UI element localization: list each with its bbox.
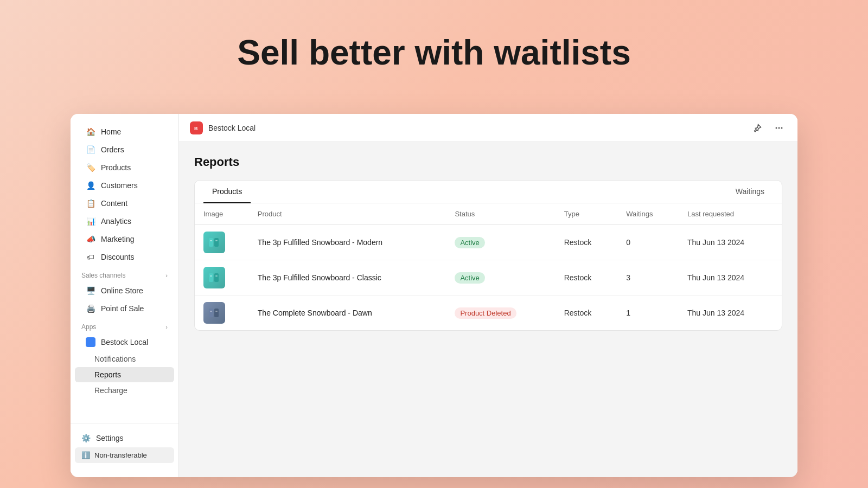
cell-last-requested-1: Thu Jun 13 2024: [679, 225, 782, 260]
col-waitings: Waitings: [617, 203, 679, 225]
cell-image-1: [195, 225, 249, 260]
non-transferable-item: ℹ️ Non-transferable: [75, 447, 174, 463]
sidebar-sub-item-reports[interactable]: Reports: [75, 367, 174, 382]
settings-icon: ⚙️: [81, 434, 91, 442]
apps-chevron: ›: [165, 324, 168, 330]
svg-rect-15: [210, 311, 212, 312]
col-last-requested: Last requested: [679, 203, 782, 225]
sidebar-sub-item-notifications[interactable]: Notifications: [75, 351, 174, 367]
cell-status-2: Active: [446, 260, 555, 296]
cell-type-2: Restock: [556, 260, 617, 296]
sidebar-item-point-of-sale[interactable]: 🖨️ Point of Sale: [75, 300, 174, 317]
marketing-icon: 📣: [86, 234, 95, 244]
apps-label: Apps: [81, 323, 96, 331]
sidebar-item-bestock-local[interactable]: Bestock Local: [75, 333, 174, 351]
sidebar-bottom: ⚙️ Settings ℹ️ Non-transferable: [71, 423, 178, 468]
svg-rect-11: [210, 275, 212, 277]
svg-rect-10: [214, 273, 219, 282]
sidebar-item-content[interactable]: 📋 Content: [75, 195, 174, 212]
home-icon: 🏠: [86, 127, 95, 137]
sidebar-label-orders: Orders: [101, 145, 124, 154]
sales-channels-section: Sales channels ›: [71, 266, 178, 281]
svg-rect-12: [215, 275, 218, 277]
non-transferable-label: Non-transferable: [94, 451, 147, 459]
svg-rect-13: [209, 309, 213, 317]
sidebar-item-customers[interactable]: 👤 Customers: [75, 177, 174, 194]
top-bar-actions: [750, 120, 787, 136]
sidebar-label-notifications: Notifications: [94, 355, 136, 363]
status-badge-3: Product Deleted: [455, 307, 516, 319]
orders-icon: 📄: [86, 145, 95, 155]
settings-label: Settings: [96, 434, 124, 442]
sidebar-item-discounts[interactable]: 🏷 Discounts: [75, 248, 174, 266]
customers-icon: 👤: [86, 181, 95, 190]
hero-title: Sell better with waitlists: [237, 33, 631, 73]
sidebar-label-home: Home: [101, 127, 121, 136]
settings-item[interactable]: ⚙️ Settings: [75, 430, 174, 446]
product-name-2: The 3p Fulfilled Snowboard - Classic: [258, 273, 381, 282]
cell-last-requested-3: Thu Jun 13 2024: [679, 296, 782, 331]
table-tabs: Products Waitings: [195, 181, 782, 203]
content-icon: 📋: [86, 198, 95, 208]
sidebar: 🏠 Home 📄 Orders 🏷️ Products 👤 Customers …: [71, 114, 179, 477]
sidebar-label-products: Products: [101, 163, 131, 172]
reports-table: Image Product Status Type Waitings Last …: [195, 203, 782, 330]
more-button[interactable]: [771, 120, 787, 136]
app-window: 🏠 Home 📄 Orders 🏷️ Products 👤 Customers …: [71, 114, 797, 477]
svg-point-4: [781, 127, 783, 129]
svg-text:B: B: [194, 126, 198, 131]
cell-status-1: Active: [446, 225, 555, 260]
tab-products[interactable]: Products: [203, 181, 251, 203]
product-image-2: [203, 267, 225, 288]
sidebar-label-online-store: Online Store: [101, 286, 143, 295]
cell-waitings-3: 1: [617, 296, 679, 331]
product-name-3: The Complete Snowboard - Dawn: [258, 309, 372, 317]
sidebar-label-reports: Reports: [94, 370, 121, 379]
product-image-1: [203, 232, 225, 253]
point-of-sale-icon: 🖨️: [86, 304, 95, 313]
status-badge-1: Active: [455, 237, 484, 248]
page-content: Reports Products Waitings Image Product …: [179, 142, 797, 477]
sidebar-sub-item-recharge[interactable]: Recharge: [75, 383, 174, 398]
main-content: B Bestock Local: [179, 114, 797, 477]
sidebar-label-point-of-sale: Point of Sale: [101, 304, 144, 313]
cell-product-3: The Complete Snowboard - Dawn: [249, 296, 446, 331]
sidebar-label-recharge: Recharge: [94, 386, 127, 395]
product-name-1: The 3p Fulfilled Snowboard - Modern: [258, 238, 382, 247]
col-status: Status: [446, 203, 555, 225]
discounts-icon: 🏷: [86, 252, 95, 262]
product-image-3: [203, 302, 225, 324]
sidebar-item-orders[interactable]: 📄 Orders: [75, 141, 174, 158]
table-row: The 3p Fulfilled Snowboard - Modern Acti…: [195, 225, 782, 260]
sidebar-item-products[interactable]: 🏷️ Products: [75, 159, 174, 176]
online-store-icon: 🖥️: [86, 286, 95, 296]
pin-button[interactable]: [750, 120, 765, 136]
cell-waitings-1: 0: [617, 225, 679, 260]
table-body: The 3p Fulfilled Snowboard - Modern Acti…: [195, 225, 782, 331]
sidebar-label-marketing: Marketing: [101, 235, 134, 243]
sidebar-item-marketing[interactable]: 📣 Marketing: [75, 230, 174, 248]
svg-rect-5: [209, 238, 213, 247]
sidebar-label-content: Content: [101, 199, 127, 208]
svg-rect-8: [215, 240, 218, 241]
svg-point-3: [778, 127, 780, 129]
table-card: Products Waitings Image Product Status T…: [194, 180, 782, 331]
svg-rect-7: [210, 240, 212, 241]
status-badge-2: Active: [455, 272, 484, 284]
products-icon: 🏷️: [86, 163, 95, 172]
sidebar-item-online-store[interactable]: 🖥️ Online Store: [75, 282, 174, 299]
app-name: Bestock Local: [208, 124, 744, 132]
cell-product-2: The 3p Fulfilled Snowboard - Classic: [249, 260, 446, 296]
table-row: The 3p Fulfilled Snowboard - Classic Act…: [195, 260, 782, 296]
sidebar-label-customers: Customers: [101, 181, 138, 190]
cell-last-requested-2: Thu Jun 13 2024: [679, 260, 782, 296]
col-type: Type: [556, 203, 617, 225]
sidebar-item-analytics[interactable]: 📊 Analytics: [75, 213, 174, 230]
tab-spacer: [251, 181, 727, 203]
analytics-icon: 📊: [86, 216, 95, 226]
sidebar-nav: 🏠 Home 📄 Orders 🏷️ Products 👤 Customers …: [71, 123, 178, 423]
table-header: Image Product Status Type Waitings Last …: [195, 203, 782, 225]
tab-waitings[interactable]: Waitings: [727, 181, 773, 203]
sidebar-item-home[interactable]: 🏠 Home: [75, 123, 174, 140]
cell-product-1: The 3p Fulfilled Snowboard - Modern: [249, 225, 446, 260]
